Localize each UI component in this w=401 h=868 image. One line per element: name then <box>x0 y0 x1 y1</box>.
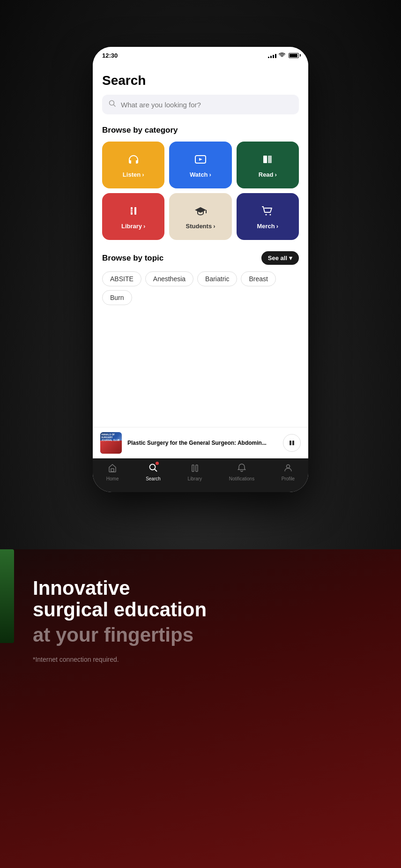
battery-icon <box>289 53 299 58</box>
svg-rect-11 <box>111 469 114 471</box>
search-input-container <box>102 95 299 114</box>
nav-notifications-label: Notifications <box>229 476 254 481</box>
status-bar: 12:30 <box>93 47 308 64</box>
nav-notifications[interactable]: Notifications <box>229 463 254 481</box>
bottom-disclaimer: *Internet connection required. <box>33 656 387 663</box>
nav-profile[interactable]: Profile <box>282 463 295 481</box>
svg-rect-10 <box>292 441 294 445</box>
search-page: Search Browse by category <box>93 64 308 458</box>
svg-marker-2 <box>199 158 202 161</box>
mini-player-thumbnail: ANNALS OF SURGERY JOURNAL CLUB <box>100 432 122 454</box>
nav-search[interactable]: Search <box>146 463 161 481</box>
play-icon <box>194 154 207 168</box>
browse-topic-title: Browse by topic <box>102 254 163 263</box>
category-watch[interactable]: Watch › <box>169 142 231 188</box>
search-nav-icon <box>149 464 158 474</box>
library-label: Library › <box>121 223 145 230</box>
topic-header: Browse by topic See all ▾ <box>102 251 299 265</box>
mini-player-info: Plastic Surgery for the General Surgeon:… <box>127 440 277 446</box>
book-icon <box>261 154 274 168</box>
side-image-strip <box>0 549 14 643</box>
app-content: Search Browse by category <box>93 64 308 458</box>
bell-icon <box>237 463 246 475</box>
search-input[interactable] <box>102 95 299 114</box>
category-students[interactable]: Students › <box>169 193 231 240</box>
home-icon <box>108 463 117 475</box>
wifi-icon <box>279 52 285 59</box>
topic-chips: ABSITE Anesthesia Bariatric Breast Burn <box>102 271 299 305</box>
bottom-headline: Innovativesurgical education <box>33 577 387 621</box>
graduation-icon <box>194 205 207 220</box>
mini-player[interactable]: ANNALS OF SURGERY JOURNAL CLUB Plastic S… <box>93 427 308 458</box>
browse-category-title: Browse by category <box>102 126 299 135</box>
topic-anesthesia[interactable]: Anesthesia <box>145 271 193 286</box>
svg-rect-3 <box>263 156 267 163</box>
headphones-icon <box>127 154 140 168</box>
bottom-text-container: Innovativesurgical education at your fin… <box>33 577 387 663</box>
merch-label: Merch › <box>257 223 279 230</box>
topic-burn[interactable]: Burn <box>102 290 132 305</box>
svg-rect-4 <box>268 156 272 163</box>
bottom-subheadline: at your fingertips <box>33 624 387 646</box>
nav-library-label: Library <box>187 476 202 481</box>
status-time: 12:30 <box>102 52 118 59</box>
pause-button[interactable] <box>283 434 301 452</box>
topic-absite[interactable]: ABSITE <box>102 271 141 286</box>
status-icons <box>268 52 299 59</box>
topic-bariatric[interactable]: Bariatric <box>197 271 237 286</box>
profile-icon <box>283 463 293 475</box>
read-label: Read › <box>259 171 277 178</box>
books-icon <box>127 205 140 220</box>
notification-dot <box>156 462 159 465</box>
nav-profile-label: Profile <box>282 476 295 481</box>
nav-home[interactable]: Home <box>106 463 119 481</box>
svg-marker-5 <box>195 207 206 213</box>
phone-frame: 12:30 Search <box>93 47 308 492</box>
category-grid: Listen › Watch › <box>102 142 299 240</box>
bottom-section: Innovativesurgical education at your fin… <box>0 549 401 868</box>
signal-icon <box>268 52 276 58</box>
cart-icon <box>261 205 274 220</box>
mini-player-title: Plastic Surgery for the General Surgeon:… <box>127 440 277 446</box>
category-library[interactable]: Library › <box>102 193 164 240</box>
page-title: Search <box>102 73 299 88</box>
topic-breast[interactable]: Breast <box>241 271 275 286</box>
svg-point-7 <box>266 214 267 216</box>
nav-library[interactable]: Library <box>187 463 202 481</box>
see-all-button[interactable]: See all ▾ <box>261 251 299 265</box>
nav-search-label: Search <box>146 476 161 481</box>
bottom-navigation: Home Search Library <box>93 458 308 492</box>
svg-rect-9 <box>290 441 291 445</box>
category-listen[interactable]: Listen › <box>102 142 164 188</box>
svg-point-8 <box>270 214 271 216</box>
students-label: Students › <box>186 223 215 230</box>
category-merch[interactable]: Merch › <box>237 193 299 240</box>
category-read[interactable]: Read › <box>237 142 299 188</box>
chevron-down-icon: ▾ <box>289 254 292 262</box>
listen-label: Listen › <box>123 171 144 178</box>
search-icon <box>109 100 116 109</box>
watch-label: Watch › <box>190 171 211 178</box>
nav-home-label: Home <box>106 476 119 481</box>
library-nav-icon <box>190 463 200 475</box>
svg-point-13 <box>286 465 290 468</box>
